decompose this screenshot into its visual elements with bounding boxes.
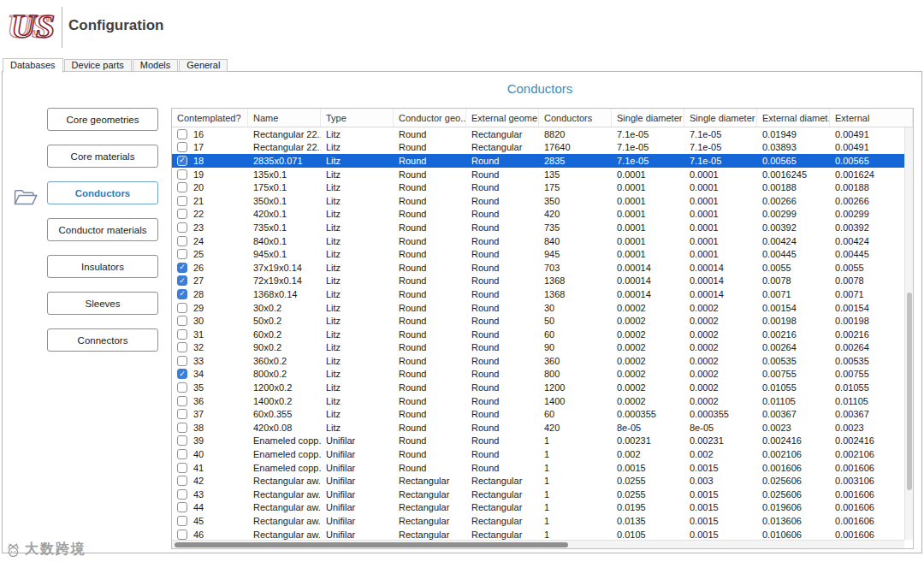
row-checkbox[interactable]: ✓: [177, 196, 187, 206]
tab-models[interactable]: Models: [133, 59, 178, 72]
table-row[interactable]: ✓ 32 90x0.2 Litz Round Round 90 0.0002 0…: [172, 341, 913, 355]
table-row[interactable]: ✓ 33 360x0.2 Litz Round Round 360 0.0002…: [172, 354, 913, 368]
table-row[interactable]: ✓ 29 30x0.2 Litz Round Round 30 0.0002 0…: [172, 301, 913, 315]
horizontal-scrollbar[interactable]: [172, 540, 904, 548]
sidebar-button-conductor-materials[interactable]: Conductor materials: [47, 218, 158, 241]
row-checkbox[interactable]: ✓: [177, 396, 187, 406]
column-header-single-diameter-1[interactable]: Single diameter ...: [612, 109, 684, 127]
table-row[interactable]: ✓ 41 Enameled copp... Unifilar Round Rou…: [172, 461, 913, 475]
row-checkbox[interactable]: ✓: [177, 423, 187, 433]
cell-external-geometry: Round: [466, 396, 539, 406]
table-row[interactable]: ✓ 24 840x0.1 Litz Round Round 840 0.0001…: [172, 234, 913, 248]
tab-general[interactable]: General: [179, 59, 228, 72]
table-row[interactable]: ✓ 17 Rectangular 22... Litz Round Rectan…: [172, 141, 913, 155]
row-checkbox[interactable]: ✓: [177, 129, 187, 139]
column-header-single-diameter-2[interactable]: Single diameter ...: [684, 109, 757, 127]
sidebar-button-conductors[interactable]: Conductors: [47, 181, 158, 204]
table-row[interactable]: ✓ 19 135x0.1 Litz Round Round 135 0.0001…: [172, 168, 913, 181]
row-checkbox[interactable]: ✓: [177, 263, 187, 273]
cell-external-diameter-2: 0.0055: [830, 263, 913, 273]
open-folder-button[interactable]: [13, 188, 38, 209]
row-checkbox[interactable]: ✓: [177, 222, 187, 233]
row-checkbox[interactable]: ✓: [177, 356, 187, 366]
table-row[interactable]: ✓ 37 60x0.355 Litz Round Round 60 0.0003…: [172, 407, 913, 421]
row-checkbox[interactable]: ✓: [177, 249, 187, 259]
tab-databases[interactable]: Databases: [3, 58, 63, 73]
sidebar-button-core-materials[interactable]: Core materials: [47, 145, 158, 168]
table-row[interactable]: ✓ 31 60x0.2 Litz Round Round 60 0.0002 0…: [172, 328, 913, 341]
table-row[interactable]: ✓ 26 37x19x0.14 Litz Round Round 703 0.0…: [172, 261, 913, 275]
cell-conductor-geometry: Round: [394, 329, 466, 340]
table-row[interactable]: ✓ 36 1400x0.2 Litz Round Round 1400 0.00…: [172, 394, 913, 408]
table-row[interactable]: ✓ 42 Rectangular aw... Unifilar Rectangu…: [172, 474, 913, 488]
row-checkbox[interactable]: ✓: [177, 342, 187, 352]
row-checkbox[interactable]: ✓: [177, 516, 187, 526]
table-row[interactable]: ✓ 20 175x0.1 Litz Round Round 175 0.0001…: [172, 180, 913, 194]
row-checkbox[interactable]: ✓: [177, 382, 187, 393]
table-row[interactable]: ✓ 46 Rectangular aw... Unifilar Rectangu…: [172, 528, 913, 540]
sidebar-button-connectors[interactable]: Connectors: [47, 328, 158, 352]
row-checkbox[interactable]: ✓: [177, 209, 187, 219]
row-checkbox[interactable]: ✓: [177, 289, 187, 299]
cell-contemplated: ✓ 31: [172, 329, 248, 340]
row-checkbox[interactable]: ✓: [177, 502, 187, 512]
horizontal-scrollbar-thumb[interactable]: [175, 542, 568, 547]
column-header-contemplated[interactable]: Contemplated?: [172, 109, 248, 127]
sidebar-button-core-geometries[interactable]: Core geometries: [47, 108, 158, 131]
row-checkbox[interactable]: ✓: [177, 142, 187, 152]
row-checkbox[interactable]: ✓: [177, 529, 187, 540]
cell-contemplated: ✓ 34: [172, 369, 248, 379]
row-checkbox[interactable]: ✓: [177, 409, 187, 419]
row-checkbox[interactable]: ✓: [177, 303, 187, 313]
vertical-scrollbar[interactable]: [904, 127, 913, 540]
column-header-external-diameter-1[interactable]: External diamet...: [757, 109, 830, 127]
table-row[interactable]: ✓ 27 72x19x0.14 Litz Round Round 1368 0.…: [172, 275, 913, 288]
row-checkbox[interactable]: ✓: [177, 182, 187, 192]
column-header-external-diameter-2[interactable]: External: [830, 109, 913, 127]
table-row[interactable]: ✓ 21 350x0.1 Litz Round Round 350 0.0001…: [172, 194, 913, 208]
table-row[interactable]: ✓ 28 1368x0.14 Litz Round Round 1368 0.0…: [172, 287, 913, 301]
column-header-external-geometry[interactable]: External geome...: [466, 109, 539, 127]
row-checkbox[interactable]: ✓: [177, 329, 187, 340]
column-header-conductor-geometry[interactable]: Conductor geo...: [394, 109, 466, 127]
sidebar-button-sleeves[interactable]: Sleeves: [47, 292, 158, 315]
table-row[interactable]: ✓ 30 50x0.2 Litz Round Round 50 0.0002 0…: [172, 314, 913, 328]
row-checkbox[interactable]: ✓: [177, 316, 187, 326]
table-row[interactable]: ✓ 35 1200x0.2 Litz Round Round 1200 0.00…: [172, 381, 913, 394]
table-row[interactable]: ✓ 45 Rectangular aw... Unifilar Rectangu…: [172, 514, 913, 528]
cell-name: Enameled copp...: [248, 435, 321, 446]
cell-name: 90x0.2: [248, 342, 321, 352]
table-row[interactable]: ✓ 16 Rectangular 22... Litz Round Rectan…: [172, 127, 913, 141]
table-row[interactable]: ✓ 40 Enameled copp... Unifilar Round Rou…: [172, 447, 913, 461]
table-row[interactable]: ✓ 39 Enameled copp... Unifilar Round Rou…: [172, 435, 913, 448]
row-id: 37: [193, 409, 204, 419]
row-checkbox[interactable]: ✓: [177, 275, 187, 286]
vertical-scrollbar-thumb[interactable]: [907, 293, 912, 490]
row-checkbox[interactable]: ✓: [177, 489, 187, 500]
table-row[interactable]: ✓ 18 2835x0.071 Litz Round Round 2835 7.…: [172, 154, 913, 168]
cell-external-geometry: Round: [466, 236, 539, 246]
row-checkbox[interactable]: ✓: [177, 169, 187, 180]
cell-conductors: 1200: [539, 382, 612, 393]
column-header-name[interactable]: Name: [248, 109, 321, 127]
column-header-type[interactable]: Type: [321, 109, 394, 127]
sidebar-button-insulators[interactable]: Insulators: [47, 255, 158, 278]
row-checkbox[interactable]: ✓: [177, 463, 187, 473]
row-checkbox[interactable]: ✓: [177, 435, 187, 446]
tab-device-parts[interactable]: Device parts: [64, 59, 132, 72]
column-header-conductors[interactable]: Conductors: [539, 109, 612, 127]
table-row[interactable]: ✓ 22 420x0.1 Litz Round Round 420 0.0001…: [172, 208, 913, 222]
table-row[interactable]: ✓ 43 Rectangular aw... Unifilar Rectangu…: [172, 488, 913, 501]
cell-external-diameter-2: 0.00299: [830, 209, 913, 219]
row-checkbox[interactable]: ✓: [177, 236, 187, 246]
table-row[interactable]: ✓ 23 735x0.1 Litz Round Round 735 0.0001…: [172, 221, 913, 234]
row-checkbox[interactable]: ✓: [177, 156, 187, 166]
table-row[interactable]: ✓ 44 Rectangular aw... Unifilar Rectangu…: [172, 501, 913, 515]
row-checkbox[interactable]: ✓: [177, 369, 187, 379]
row-checkbox[interactable]: ✓: [177, 449, 187, 459]
row-checkbox[interactable]: ✓: [177, 476, 187, 486]
table-row[interactable]: ✓ 38 420x0.08 Litz Round Round 420 8e-05…: [172, 421, 913, 435]
table-row[interactable]: ✓ 25 945x0.1 Litz Round Round 945 0.0001…: [172, 247, 913, 261]
table-row[interactable]: ✓ 34 800x0.2 Litz Round Round 800 0.0002…: [172, 368, 913, 382]
cell-conductor-geometry: Round: [394, 209, 466, 219]
